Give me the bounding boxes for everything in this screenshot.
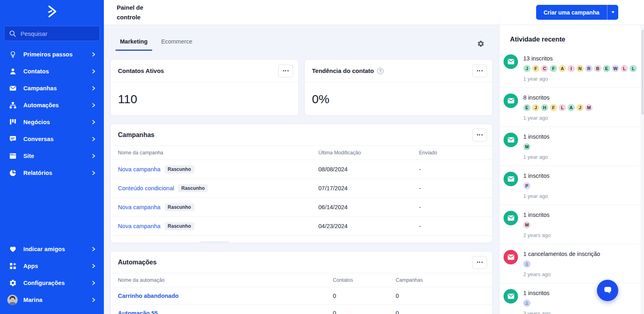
activity-title: 1 inscritos [523,173,549,179]
campaign-link[interactable]: Nova campanha [118,166,161,173]
contact-avatar[interactable]: J [523,65,530,72]
contact-avatar[interactable]: W [612,65,619,72]
sidebar-item-label: Apps [23,263,38,269]
column-header: Contatos [333,273,396,287]
sidebar-item-primeiros-passos[interactable]: Primeiros passos [0,46,104,63]
sidebar-item-indicar-amigos[interactable]: Indicar amigos [0,241,104,258]
stat-title: Tendência do contato [312,67,374,74]
sidebar-item-relatorios[interactable]: Relatórios [0,164,104,181]
automation-link[interactable]: Carrinho abandonado [118,293,179,299]
dashboard-settings-gear-icon[interactable] [477,40,485,51]
activecampaign-logo[interactable] [0,0,104,23]
activity-timestamp: 1 year ago [523,193,549,199]
help-icon[interactable]: ? [377,68,384,74]
activity-timestamp: 2 years ago [523,271,600,277]
chevron-right-icon [91,264,96,268]
contact-icon [9,67,17,75]
activity-item: 1 inscritos M 1 year ago [500,127,641,166]
tab-ecommerce[interactable]: Ecommerce [157,38,197,51]
contact-avatar[interactable]: E [603,65,610,72]
page-scrollbar[interactable] [641,25,644,314]
sidebar-item-automacoes[interactable]: Automações [0,97,104,114]
contact-avatar[interactable]: F [550,65,557,72]
contact-avatar[interactable]: B [594,65,601,72]
sidebar-item-campanhas[interactable]: Campanhas [0,80,104,97]
stat-title: Contatos Ativos [118,67,164,74]
campaign-sent-value: - [419,236,492,243]
activity-avatars: JFCFAINRBEWLL [523,65,638,72]
campaign-sent-value: - [419,160,492,179]
sidebar-item-label: Contatos [23,68,49,75]
campaign-modified-date: 08/08/2024 [318,160,419,179]
campaign-table-row: Conteúdo condicionalRascunho 07/17/2024 … [111,179,492,198]
recent-activity-panel: Atividade recente 13 inscritos JFCFAINRB… [499,25,641,314]
contact-avatar[interactable]: F [532,65,539,72]
create-campaign-dropdown-button[interactable] [607,5,618,20]
sidebar-item-negocios[interactable]: Negócios [0,114,104,131]
more-options-button[interactable] [472,129,487,141]
contact-avatar[interactable]: L [559,104,566,111]
chevron-right-icon [91,103,96,108]
campaign-modified-date: 04/23/2024 [318,217,419,236]
page-title: Painel de controle [117,3,154,22]
campaign-link[interactable]: Conteúdo condicional [118,185,174,191]
create-campaign-button[interactable]: Criar uma campanha [536,5,607,20]
contact-avatar[interactable]: L [630,65,637,72]
chevron-down-icon [611,11,615,13]
automation-link[interactable]: Automação 55 [118,310,158,314]
contact-avatar[interactable]: R [585,65,592,72]
more-options-button[interactable] [278,64,293,77]
contact-avatar[interactable]: M [585,104,592,111]
sidebar-item-label: Automações [23,102,59,108]
contact-avatar[interactable]: J [532,104,539,111]
deals-icon [9,118,17,126]
campaign-link[interactable]: Nova campanha [118,223,161,229]
contact-avatar[interactable]: P [523,182,530,189]
contact-avatar[interactable]: H [541,104,548,111]
campaign-link[interactable]: Email de progresso - exemplo [118,242,196,243]
dashboard-content: Marketing Ecommerce Contatos Ativos 110 … [104,25,499,314]
contact-avatar[interactable]: N [576,65,584,72]
contact-avatar[interactable]: L [621,65,628,72]
column-header: Enviado [419,146,492,160]
sidebar-item-contatos[interactable]: Contatos [0,63,104,80]
chevron-right-icon [91,69,96,74]
sidebar-item-conversas[interactable]: Conversas [0,131,104,148]
search-input[interactable] [21,30,101,37]
sidebar-item-marina[interactable]: Marina [0,291,104,308]
activity-timestamp: 1 year ago [523,115,594,121]
contact-person-icon[interactable] [523,260,530,268]
envelope-status-icon [504,172,518,186]
campaign-sent-value: - [419,198,492,217]
more-options-button[interactable] [472,256,487,269]
contact-avatar[interactable]: I [568,65,575,72]
apps-icon [9,262,17,270]
contact-avatar[interactable]: M [523,143,530,150]
envelope-status-icon [504,94,518,108]
active-contacts-value: 110 [111,82,298,116]
more-options-button[interactable] [472,64,487,77]
sidebar-item-site[interactable]: Site [0,148,104,164]
contact-avatar[interactable]: A [559,65,566,72]
contact-avatar[interactable]: C [541,65,548,72]
sidebar-item-label: Site [23,153,34,159]
envelope-status-icon [504,289,518,304]
contact-avatar[interactable]: M [523,221,530,229]
contact-avatar[interactable]: A [568,104,575,111]
contact-avatar[interactable]: E [523,104,530,111]
reports-icon [9,169,17,177]
sidebar-search[interactable] [4,26,100,41]
scrollbar-thumb[interactable] [642,30,644,114]
activity-title: 1 inscritos [523,133,549,140]
chevron-right-icon [91,86,96,91]
campaign-modified-date: 06/14/2024 [318,198,419,217]
campaign-table-row: Nova campanhaRascunho 08/08/2024 - [111,160,492,179]
contact-avatar[interactable]: J [576,104,584,111]
sidebar-item-apps[interactable]: Apps [0,258,104,274]
contact-person-icon[interactable] [523,299,530,307]
contact-avatar[interactable]: F [550,104,557,111]
sidebar-item-configuracoes[interactable]: Configurações [0,274,104,291]
live-chat-button[interactable] [597,280,618,301]
campaign-link[interactable]: Nova campanha [118,204,161,210]
tab-marketing[interactable]: Marketing [116,38,152,51]
